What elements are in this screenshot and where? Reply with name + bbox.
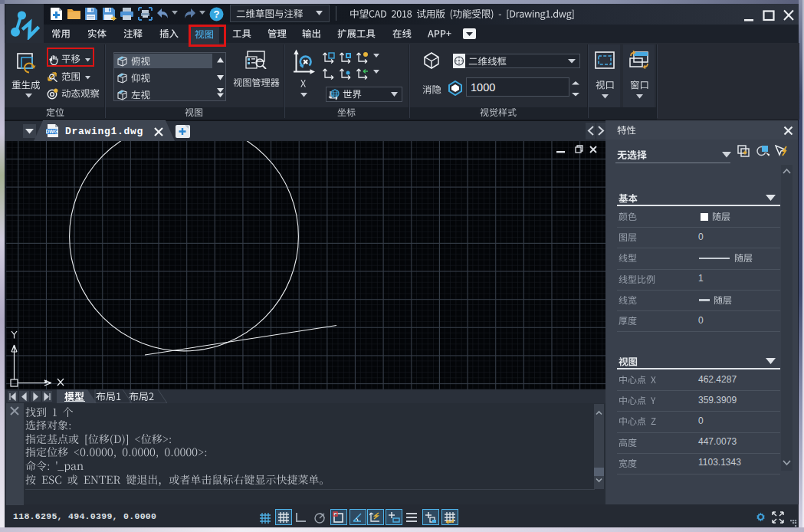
svg-text:DWG: DWG (46, 129, 57, 134)
svg-text:?: ? (214, 8, 220, 20)
